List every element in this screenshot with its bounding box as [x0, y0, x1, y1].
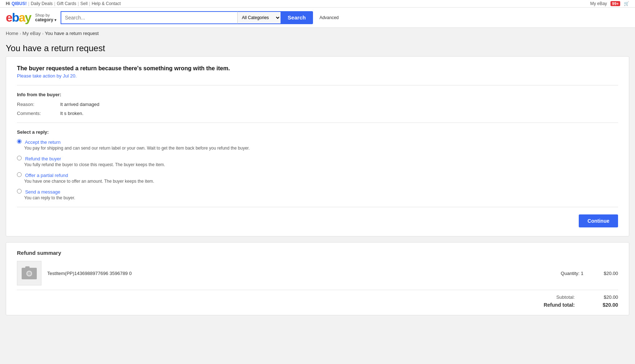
search-container: All Categories Search: [61, 11, 313, 24]
svg-rect-1: [25, 266, 30, 269]
reply-option-partial: Offer a partial refund You have one chan…: [17, 172, 618, 184]
refund-totals: Subtotal: $20.00 Refund total: $20.00: [17, 294, 618, 308]
reply-message-desc: You can reply to the buyer.: [24, 195, 618, 200]
reply-radio-accept[interactable]: [17, 139, 22, 144]
breadcrumb-my-ebay[interactable]: My eBay: [22, 31, 41, 36]
advanced-search-link[interactable]: Advanced: [319, 15, 339, 20]
reply-refund-desc: You fully refund the buyer to close this…: [24, 162, 618, 167]
logo-e: e: [6, 10, 12, 24]
divider-1: [17, 85, 618, 85]
main-card: The buyer requested a return because the…: [6, 56, 629, 236]
photo-placeholder-icon: [20, 264, 38, 282]
reply-option-refund: Refund the buyer You fully refund the bu…: [17, 156, 618, 167]
username[interactable]: QIBUS!: [12, 1, 27, 6]
reply-partial-label[interactable]: Offer a partial refund: [25, 173, 68, 178]
refund-summary-title: Refund summary: [17, 250, 618, 256]
top-bar: Hi QIBUS! | Daily Deals | Gift Cards | S…: [0, 0, 635, 8]
continue-row: Continue: [17, 214, 618, 227]
subtotal-label: Subtotal:: [532, 294, 575, 300]
logo-b: b: [12, 10, 19, 24]
refund-total-row: Refund total: $20.00: [532, 302, 618, 308]
reply-radio-message[interactable]: [17, 189, 22, 194]
my-ebay-link[interactable]: My eBay: [590, 1, 607, 6]
reply-accept-desc: You pay for shipping and can send our re…: [24, 146, 618, 151]
sell-link[interactable]: Sell: [80, 1, 88, 6]
breadcrumb-current: You have a return request: [45, 31, 99, 36]
search-button[interactable]: Search: [281, 11, 313, 24]
divider-3: [17, 207, 618, 207]
page-title: You have a return request: [6, 43, 629, 53]
search-category-select[interactable]: All Categories: [237, 11, 281, 24]
shop-by-category[interactable]: Shop by category ▾: [35, 13, 56, 22]
help-contact-link[interactable]: Help & Contact: [92, 1, 121, 6]
svg-point-3: [27, 272, 31, 275]
breadcrumb-home[interactable]: Home: [6, 31, 18, 36]
daily-deals-link[interactable]: Daily Deals: [31, 1, 53, 6]
reason-value: It arrived damaged: [60, 102, 99, 107]
refund-quantity: Quantity: 1: [547, 271, 583, 276]
refund-item-price: $20.00: [589, 271, 618, 276]
item-thumbnail: [17, 261, 41, 285]
refund-item-name: TestItem(PP)1436988977696 3596789 0: [47, 271, 542, 276]
reply-label: Select a reply:: [17, 129, 618, 135]
logo-y: y: [25, 10, 31, 24]
greeting-text: Hi: [6, 1, 10, 6]
reply-partial-desc: You have one chance to offer an amount. …: [24, 179, 618, 184]
search-input[interactable]: [61, 11, 237, 24]
reply-accept-label[interactable]: Accept the return: [25, 139, 61, 145]
reply-message-label[interactable]: Send a message: [25, 189, 61, 195]
refund-card: Refund summary TestItem(PP)1436988977696…: [6, 242, 629, 315]
logo[interactable]: ebay: [6, 10, 31, 25]
reply-radio-partial[interactable]: [17, 172, 22, 177]
info-section-label: Info from the buyer:: [17, 92, 618, 97]
continue-button[interactable]: Continue: [579, 214, 618, 227]
reason-label: Reason:: [17, 102, 60, 107]
reply-option-message: Send a message You can reply to the buye…: [17, 189, 618, 200]
subtotal-row: Subtotal: $20.00: [532, 294, 618, 300]
breadcrumb: Home › My eBay › You have a return reque…: [0, 28, 635, 39]
reason-row: Reason: It arrived damaged: [17, 102, 618, 107]
comments-label: Comments:: [17, 111, 60, 116]
divider-2: [17, 123, 618, 123]
comments-value: It s broken.: [60, 111, 83, 116]
gift-cards-link[interactable]: Gift Cards: [57, 1, 76, 6]
return-heading: The buyer requested a return because the…: [17, 65, 618, 72]
page-title-section: You have a return request: [0, 39, 635, 56]
reply-radio-refund[interactable]: [17, 156, 22, 160]
cart-icon[interactable]: 🛒: [624, 1, 629, 6]
reply-refund-label[interactable]: Refund the buyer: [25, 156, 61, 161]
subtotal-value: $20.00: [589, 294, 618, 300]
action-text: Please take action by Jul 20.: [17, 73, 618, 79]
logo-a: a: [19, 10, 25, 24]
refund-total-label: Refund total:: [532, 302, 575, 308]
top-bar-left: Hi QIBUS! | Daily Deals | Gift Cards | S…: [6, 1, 121, 6]
comments-row: Comments: It s broken.: [17, 111, 618, 116]
reply-section: Select a reply: Accept the return You pa…: [17, 129, 618, 200]
top-bar-right: My eBay 99+ 🛒: [590, 1, 629, 6]
refund-item-row: TestItem(PP)1436988977696 3596789 0 Quan…: [17, 261, 618, 290]
refund-total-value: $20.00: [589, 302, 618, 308]
header: ebay Shop by category ▾ All Categories S…: [0, 8, 635, 28]
notification-badge[interactable]: 99+: [610, 1, 620, 6]
reply-option-accept: Accept the return You pay for shipping a…: [17, 139, 618, 151]
